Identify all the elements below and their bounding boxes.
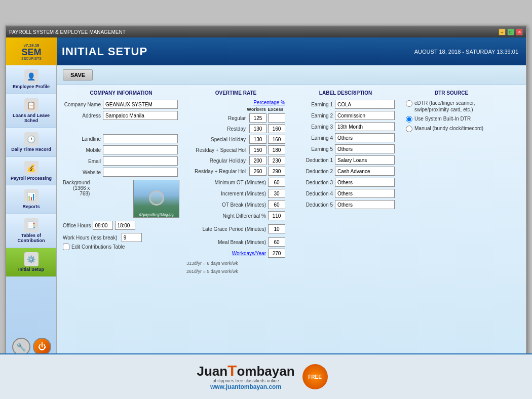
landline-label: Landline — [63, 136, 101, 142]
meal-break-row: Meal Break (Minutes) — [186, 237, 285, 247]
logo-area: v7.18.18 SEM SECURISTS — [6, 37, 57, 65]
ot-restday-excess[interactable] — [268, 124, 285, 133]
watermark-url: www.juantombayan.com — [197, 383, 294, 390]
maximize-button[interactable]: □ — [507, 28, 514, 35]
ot-row-regular: Regular — [186, 113, 285, 123]
deduction3-row: Deduction 3 — [292, 178, 399, 187]
ot-break-label: OT Break (Minutes) — [186, 202, 266, 208]
ot-break-input[interactable] — [268, 200, 285, 209]
watermark-j: J — [197, 364, 204, 379]
mobile-input[interactable] — [103, 145, 178, 154]
close-button[interactable]: ✕ — [516, 28, 523, 35]
earning3-input[interactable] — [335, 122, 395, 131]
ot-restday-special-workhrs[interactable] — [249, 145, 267, 154]
address-label: Address — [63, 113, 101, 118]
ot-col-excess: Excess — [266, 107, 285, 112]
employee-profile-icon: 👤 — [24, 69, 39, 84]
save-button[interactable]: SAVE — [63, 69, 93, 81]
sidebar-item-initial-setup[interactable]: ⚙️ Initial Setup — [6, 248, 56, 277]
ot-special-workhrs[interactable] — [249, 135, 267, 144]
night-diff-input[interactable] — [268, 211, 285, 220]
ot-regular-excess[interactable] — [268, 113, 285, 123]
sidebar-label-reports: Reports — [22, 205, 40, 210]
workdays-link[interactable]: Workdays/Year — [186, 251, 266, 256]
deduction2-input[interactable] — [335, 167, 395, 176]
company-name-input[interactable] — [103, 100, 178, 109]
dtr-builtin-row: Use System Built-In DTR — [406, 115, 497, 123]
background-row: Background(1366 x 768) d:\payrollimgl\bl… — [63, 179, 179, 218]
increment-input[interactable] — [268, 189, 285, 198]
title-bar-text: PAYROLL SYSTEM & EMPLOYEE MANAGEMENT — [9, 29, 499, 35]
ot-restday-workhrs[interactable] — [249, 124, 267, 133]
late-grace-input[interactable] — [268, 224, 285, 233]
sidebar-item-reports[interactable]: 📊 Reports — [6, 185, 56, 214]
dtr-manual-radio[interactable] — [406, 126, 412, 132]
sidebar-item-tables[interactable]: 📑 Tables of Contribution — [6, 214, 56, 248]
deduction5-input[interactable] — [335, 200, 395, 209]
earning2-row: Earning 2 — [292, 111, 399, 120]
sidebar-item-loans-leave[interactable]: 📋 Loans and Leave Sched — [6, 94, 56, 128]
ot-row-restday: Restday — [186, 124, 285, 133]
dtr-builtin-label: Use System Built-In DTR — [414, 115, 471, 122]
sidebar-item-daily-time[interactable]: 🕐 Daily Time Record — [6, 128, 56, 157]
company-name-label: Company Name — [63, 102, 101, 107]
earning3-row: Earning 3 — [292, 122, 399, 131]
watermark-logo: JuanTombayan philippines free classified… — [197, 363, 294, 390]
work-hours-row: Work Hours (less break) — [63, 233, 179, 242]
deduction1-row: Deduction 1 — [292, 155, 399, 165]
landline-row: Landline — [63, 134, 179, 143]
dtr-edtr-label: eDTR (face/finger scanner, swipe/proximi… — [414, 100, 497, 113]
ot-break-row: OT Break (Minutes) — [186, 200, 285, 209]
office-hours-start-input[interactable] — [93, 221, 113, 230]
email-input[interactable] — [103, 156, 178, 166]
dtr-builtin-radio[interactable] — [406, 116, 412, 123]
ot-col-workhrs: WorkHrs — [247, 107, 266, 112]
deduction3-input[interactable] — [335, 178, 395, 187]
percentage-link[interactable]: Percentage % — [253, 100, 285, 105]
work-hours-input[interactable] — [122, 233, 142, 242]
ot-restday-special-excess[interactable] — [268, 145, 285, 154]
earning1-row: Earning 1 — [292, 100, 399, 109]
ot-restday-regular-workhrs[interactable] — [249, 167, 267, 176]
email-label: Email — [63, 158, 101, 164]
meal-break-input[interactable] — [268, 237, 285, 247]
dtr-edtr-radio[interactable] — [406, 100, 412, 107]
page-title: INITIAL SETUP — [62, 45, 147, 58]
minimize-button[interactable]: – — [499, 28, 506, 35]
min-ot-input[interactable] — [268, 178, 285, 187]
office-hours-end-input[interactable] — [115, 221, 135, 230]
ot-regular-holiday-excess[interactable] — [268, 156, 285, 165]
website-label: Website — [63, 170, 101, 175]
earning2-input[interactable] — [335, 111, 395, 120]
ot-special-excess[interactable] — [268, 135, 285, 144]
mobile-label: Mobile — [63, 147, 101, 153]
earning5-input[interactable] — [335, 144, 395, 153]
landline-input[interactable] — [103, 134, 178, 143]
loans-leave-icon: 📋 — [24, 98, 39, 112]
sidebar-item-employee-profile[interactable]: 👤 Employee Profile — [6, 65, 56, 94]
ot-regular-workhrs[interactable] — [249, 113, 267, 123]
ot-restday-regular-excess[interactable] — [268, 167, 285, 176]
sidebar-label-employee-profile: Employee Profile — [13, 85, 50, 90]
logo-sub: SECURISTS — [21, 57, 42, 60]
deduction4-input[interactable] — [335, 189, 395, 198]
night-diff-label: Night Differential % — [186, 213, 266, 219]
background-file: d:\payrollimgl\blog.jpg — [139, 213, 174, 216]
address-input[interactable] — [103, 111, 178, 120]
label-description-section: LABEL DESCRIPTION Earning 1 Earning 2 Ea… — [292, 90, 399, 274]
deduction1-input[interactable] — [335, 155, 395, 165]
office-hours-label: Office Hours — [63, 223, 91, 228]
workdays-input[interactable] — [268, 249, 285, 258]
toolbar: SAVE — [57, 65, 526, 85]
earning1-input[interactable] — [335, 100, 395, 109]
edit-contributions-checkbox[interactable] — [63, 244, 69, 250]
dtr-manual-row: Manual (bundy clock/timecord) — [406, 125, 497, 132]
earning4-row: Earning 4 — [292, 133, 399, 142]
dtr-source-title: DTR SOURCE — [406, 90, 497, 96]
sidebar-item-payroll[interactable]: 💰 Payroll Processing — [6, 157, 56, 186]
tables-icon: 📑 — [24, 218, 39, 232]
email-row: Email — [63, 156, 179, 166]
ot-regular-holiday-workhrs[interactable] — [249, 156, 267, 165]
website-input[interactable] — [103, 168, 178, 177]
earning4-input[interactable] — [335, 133, 395, 142]
